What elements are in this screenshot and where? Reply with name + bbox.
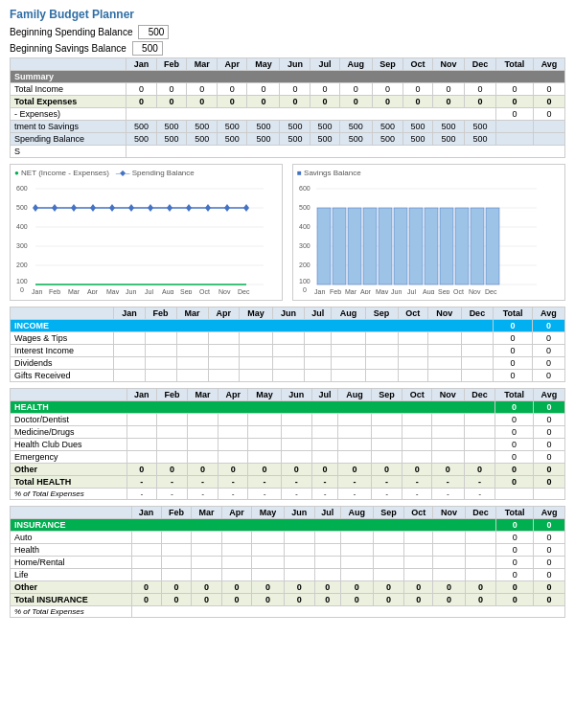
svg-rect-60: [471, 208, 484, 284]
net-chart-svg: 600 500 400 300 200 100 0: [14, 179, 268, 294]
health-pct-row: % of Total Expenses - - - - - - - - - - …: [11, 489, 565, 500]
health-other-label: Other: [11, 464, 127, 476]
svg-text:400: 400: [16, 223, 28, 230]
ti-nov[interactable]: 0: [432, 83, 464, 96]
summary-header-row: Jan Feb Mar Apr May Jun Jul Aug Sep Oct …: [11, 58, 565, 71]
ins-other-row: Other 0 0 0 0 0 0 0 0 0 0 0 0 0 0: [11, 581, 565, 594]
svg-marker-21: [186, 204, 192, 212]
col-may: May: [247, 58, 280, 71]
medicine-label: Medicine/Drugs: [11, 426, 127, 439]
health-club-row: Health Club Dues 00: [11, 439, 565, 451]
svg-text:Oct: Oct: [453, 288, 464, 294]
auto-label: Auto: [11, 532, 132, 544]
income-table: JanFeb MarApr MayJun JulAug SepOct NovDe…: [10, 307, 565, 382]
gifts-row: Gifts Received 00: [11, 370, 565, 382]
spending-balance-value[interactable]: 500: [138, 25, 169, 39]
ti-jul[interactable]: 0: [310, 83, 339, 96]
col-nov: Nov: [432, 58, 464, 71]
health-ins-row: Health 00: [11, 544, 565, 557]
ti-mar[interactable]: 0: [187, 83, 218, 96]
svg-marker-13: [33, 204, 38, 212]
net-chart-title: ● NET (Income - Expenses) –◆– Spending B…: [14, 169, 278, 177]
svg-text:300: 300: [299, 242, 310, 249]
ti-jan[interactable]: 0: [126, 83, 156, 96]
ti-jun[interactable]: 0: [280, 83, 310, 96]
svg-rect-58: [440, 208, 453, 284]
svg-text:Jul: Jul: [145, 288, 153, 294]
svg-marker-14: [52, 204, 58, 212]
col-total: Total: [495, 58, 533, 71]
svg-rect-61: [486, 208, 499, 284]
ti-sep[interactable]: 0: [372, 83, 403, 96]
dividends-row: Dividends 00: [11, 357, 565, 370]
total-health-row: Total HEALTH - - - - - - - - - - - - 0 0: [11, 476, 565, 489]
svg-text:Mar: Mar: [345, 288, 357, 294]
ti-dec[interactable]: 0: [465, 83, 496, 96]
savings-chart-svg: 600 500 400 300 200 100 0: [297, 179, 541, 294]
svg-text:600: 600: [16, 185, 28, 192]
ins-pct-row: % of Total Expenses: [11, 606, 565, 618]
svg-marker-23: [224, 204, 230, 212]
svg-text:May: May: [376, 288, 389, 294]
health-table: JanFeb MarApr MayJun JulAug SepOct NovDe…: [10, 388, 565, 500]
ins-col-label: [11, 507, 132, 519]
health-pct-label: % of Total Expenses: [11, 489, 127, 500]
insurance-header-label: INSURANCE: [11, 519, 496, 532]
savings-balance-label: Beginning Savings Balance: [10, 43, 126, 54]
svg-marker-24: [243, 204, 249, 212]
gifts-label: Gifts Received: [11, 370, 114, 382]
total-ins-label: Total INSURANCE: [11, 594, 132, 606]
svg-text:Jan: Jan: [314, 288, 325, 294]
col-mar: Mar: [187, 58, 218, 71]
insurance-table: JanFeb MarApr MayJun JulAug SepOct NovDe…: [10, 506, 565, 618]
income-header-label: INCOME: [11, 320, 494, 332]
svg-text:100: 100: [299, 278, 310, 284]
life-label: Life: [11, 569, 132, 581]
emergency-row: Emergency 00: [11, 451, 565, 464]
ti-apr[interactable]: 0: [218, 83, 247, 96]
svg-text:Jun: Jun: [391, 288, 402, 294]
ti-aug[interactable]: 0: [339, 83, 372, 96]
doctor-row: Doctor/Dentist 00: [11, 414, 565, 426]
savings-balance-value[interactable]: 500: [132, 41, 163, 56]
svg-text:300: 300: [16, 242, 28, 249]
spending-bal-label: Spending Balance: [11, 133, 126, 146]
ins-pct-label: % of Total Expenses: [11, 606, 132, 618]
s-label: S: [11, 146, 126, 158]
insurance-header-row: INSURANCE 0 0: [11, 519, 565, 532]
ti-may[interactable]: 0: [247, 83, 280, 96]
svg-text:200: 200: [299, 262, 310, 268]
savings-chart: ■ Savings Balance 600 500 400 300 200 10…: [292, 164, 565, 301]
income-col-label: [11, 307, 114, 320]
health-header-row: HEALTH 0 0: [11, 401, 565, 414]
svg-text:500: 500: [16, 204, 28, 211]
svg-rect-53: [363, 208, 377, 284]
total-income-label: Total Income: [11, 83, 126, 96]
svg-marker-20: [167, 204, 172, 212]
svg-rect-56: [409, 208, 423, 284]
page: Family Budget Planner Beginning Spending…: [0, 0, 575, 627]
health-col-label: [11, 389, 127, 401]
col-avg: Avg: [534, 58, 565, 71]
svg-text:100: 100: [16, 278, 28, 284]
col-jan: Jan: [126, 58, 156, 71]
dividends-label: Dividends: [11, 357, 114, 370]
net-chart: ● NET (Income - Expenses) –◆– Spending B…: [10, 164, 283, 301]
svg-text:200: 200: [16, 262, 28, 268]
ti-oct[interactable]: 0: [403, 83, 432, 96]
auto-row: Auto 00: [11, 532, 565, 544]
svg-text:Sep: Sep: [180, 288, 193, 294]
doctor-label: Doctor/Dentist: [11, 414, 127, 426]
svg-rect-54: [379, 208, 392, 284]
svg-rect-57: [425, 208, 438, 284]
svg-text:0: 0: [303, 286, 307, 293]
svg-text:May: May: [106, 288, 120, 294]
svg-marker-16: [90, 204, 96, 212]
svg-text:Apr: Apr: [87, 288, 99, 294]
svg-text:Dec: Dec: [485, 288, 497, 294]
svg-text:Jun: Jun: [126, 288, 136, 294]
ti-feb[interactable]: 0: [156, 83, 187, 96]
income-col-header: JanFeb MarApr MayJun JulAug SepOct NovDe…: [11, 307, 565, 320]
col-aug: Aug: [339, 58, 372, 71]
svg-text:Oct: Oct: [199, 288, 210, 294]
